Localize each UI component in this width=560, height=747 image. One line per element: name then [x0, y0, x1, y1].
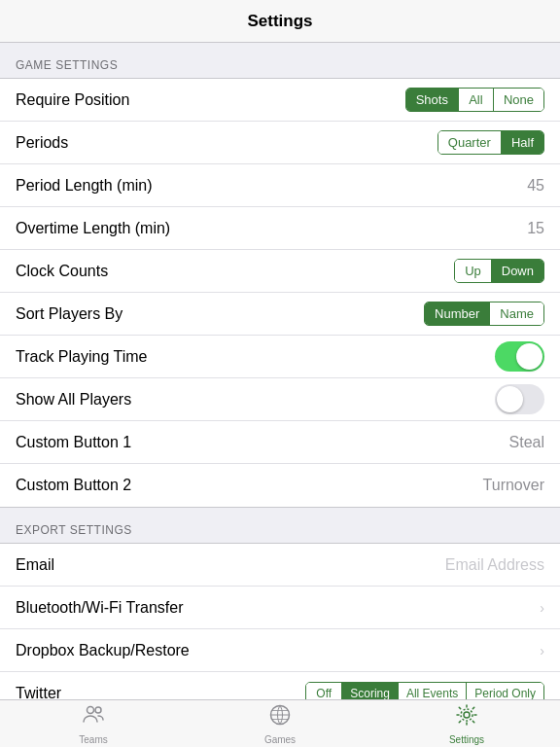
tab-teams[interactable]: Teams — [0, 700, 187, 747]
settings-icon — [455, 703, 478, 732]
dropbox-label: Dropbox Backup/Restore — [16, 642, 190, 659]
dropbox-row[interactable]: Dropbox Backup/Restore › — [0, 629, 560, 672]
teams-icon — [82, 703, 105, 732]
sort-players-row: Sort Players By Number Name — [0, 293, 560, 336]
svg-point-4 — [461, 709, 472, 721]
games-icon — [268, 703, 292, 732]
settings-tab-label: Settings — [449, 734, 484, 745]
periods-quarter-btn[interactable]: Quarter — [438, 131, 501, 154]
game-settings-group: Require Position Shots All None Periods … — [0, 78, 560, 508]
require-position-none-btn[interactable]: None — [493, 89, 543, 111]
require-position-label: Require Position — [16, 91, 129, 109]
custom-button-1-value: Steal — [509, 434, 544, 451]
svg-point-0 — [88, 706, 94, 713]
app-header: Settings — [0, 0, 560, 43]
clock-down-btn[interactable]: Down — [491, 260, 543, 282]
period-length-value: 45 — [527, 177, 544, 195]
header-title: Settings — [247, 12, 312, 31]
period-length-row: Period Length (min) 45 — [0, 164, 560, 207]
show-all-players-label: Show All Players — [16, 391, 131, 409]
sort-name-btn[interactable]: Name — [489, 302, 543, 325]
custom-button-1-row: Custom Button 1 Steal — [0, 421, 560, 464]
clock-counts-row: Clock Counts Up Down — [0, 250, 560, 293]
track-playing-time-label: Track Playing Time — [16, 348, 147, 366]
bluetooth-chevron-icon: › — [540, 600, 544, 616]
track-playing-time-toggle[interactable] — [495, 341, 544, 372]
svg-point-1 — [95, 707, 101, 713]
overtime-length-row: Overtime Length (min) 15 — [0, 207, 560, 250]
periods-segmented[interactable]: Quarter Half — [438, 130, 544, 155]
custom-button-2-label: Custom Button 2 — [16, 477, 131, 494]
require-position-shots-btn[interactable]: Shots — [406, 89, 458, 111]
periods-label: Periods — [16, 134, 68, 152]
dropbox-chevron-icon: › — [540, 643, 544, 658]
custom-button-2-row: Custom Button 2 Turnover — [0, 464, 560, 507]
export-settings-header: Export Settings — [0, 508, 560, 543]
sort-players-label: Sort Players By — [16, 305, 122, 323]
svg-point-3 — [464, 712, 470, 718]
overtime-length-value: 15 — [527, 220, 544, 237]
custom-button-2-value: Turnover — [483, 477, 544, 494]
email-placeholder[interactable]: Email Address — [445, 556, 544, 574]
email-row: Email Email Address — [0, 544, 560, 587]
require-position-all-btn[interactable]: All — [458, 89, 493, 111]
tab-settings[interactable]: Settings — [373, 700, 560, 747]
periods-row: Periods Quarter Half — [0, 122, 560, 164]
sort-number-btn[interactable]: Number — [425, 302, 489, 325]
game-settings-header: Game Settings — [0, 43, 560, 78]
track-playing-time-row: Track Playing Time — [0, 336, 560, 378]
show-all-players-row: Show All Players — [0, 378, 560, 421]
require-position-row: Require Position Shots All None — [0, 79, 560, 122]
custom-button-1-label: Custom Button 1 — [16, 434, 131, 451]
tab-games[interactable]: Games — [187, 700, 373, 747]
periods-half-btn[interactable]: Half — [501, 131, 543, 154]
clock-up-btn[interactable]: Up — [455, 260, 491, 282]
clock-counts-label: Clock Counts — [16, 263, 108, 280]
tab-bar: Teams Games Settings — [0, 699, 560, 747]
sort-players-segmented[interactable]: Number Name — [424, 302, 544, 326]
bluetooth-label: Bluetooth/Wi-Fi Transfer — [16, 599, 184, 617]
clock-counts-segmented[interactable]: Up Down — [454, 259, 544, 283]
teams-tab-label: Teams — [79, 734, 107, 745]
games-tab-label: Games — [264, 734, 296, 745]
show-all-players-toggle[interactable] — [495, 384, 544, 414]
require-position-segmented[interactable]: Shots All None — [405, 88, 544, 112]
overtime-length-label: Overtime Length (min) — [16, 220, 170, 237]
bluetooth-row[interactable]: Bluetooth/Wi-Fi Transfer › — [0, 587, 560, 629]
email-label: Email — [16, 556, 54, 574]
period-length-label: Period Length (min) — [16, 177, 153, 195]
